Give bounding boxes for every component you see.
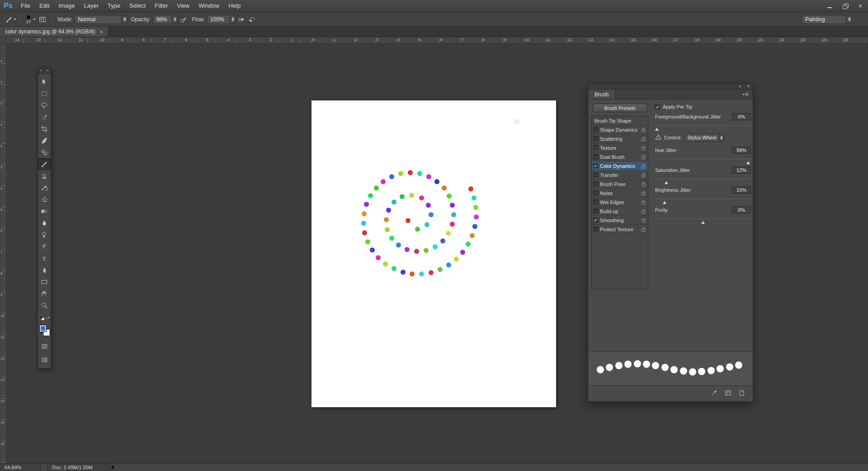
- tool-lasso[interactable]: [38, 100, 51, 111]
- mode-select[interactable]: Normal: [75, 15, 128, 24]
- lock-icon[interactable]: [641, 172, 646, 178]
- lock-icon[interactable]: [641, 145, 646, 151]
- opacity-select[interactable]: 98%: [153, 15, 178, 24]
- lock-icon[interactable]: [641, 218, 646, 223]
- lock-icon[interactable]: [641, 190, 646, 196]
- horizontal-ruler[interactable]: 1413121110987654321012345678910111213141…: [6, 37, 868, 43]
- lock-icon[interactable]: [641, 163, 646, 169]
- status-options-arrow[interactable]: [112, 465, 117, 470]
- restore-button[interactable]: [837, 0, 853, 12]
- checkbox-noise[interactable]: [593, 190, 598, 195]
- lock-icon[interactable]: [641, 181, 646, 187]
- tool-pen[interactable]: [38, 241, 51, 252]
- close-panel-icon[interactable]: ×: [47, 69, 49, 72]
- brush-setting-build-up[interactable]: Build-up: [592, 207, 648, 216]
- lock-icon[interactable]: [641, 227, 646, 232]
- checkbox-build-up[interactable]: [593, 209, 598, 214]
- brush-setting-scattering[interactable]: Scattering: [592, 134, 648, 143]
- tool-quick-select[interactable]: [38, 111, 51, 123]
- menu-select[interactable]: Select: [125, 0, 150, 12]
- menu-help[interactable]: Help: [224, 0, 245, 12]
- slider-thumb[interactable]: [746, 159, 750, 164]
- tool-eyedropper[interactable]: [38, 135, 51, 147]
- lock-icon[interactable]: [641, 181, 646, 187]
- lock-icon[interactable]: [641, 172, 646, 178]
- foreground-background-jitter-slider[interactable]: [655, 122, 751, 131]
- checkbox-color-dynamics[interactable]: ✓: [593, 163, 598, 168]
- brush-setting-texture[interactable]: Texture: [592, 143, 648, 152]
- tool-zoom[interactable]: [38, 300, 51, 311]
- tool-type[interactable]: T: [38, 252, 51, 264]
- menu-image[interactable]: Image: [54, 0, 79, 12]
- tool-healing[interactable]: [38, 147, 51, 158]
- tool-hand[interactable]: [38, 288, 51, 300]
- document-canvas[interactable]: [311, 100, 556, 407]
- minimize-button[interactable]: [822, 0, 837, 12]
- slider-thumb[interactable]: [655, 126, 659, 131]
- menu-filter[interactable]: Filter: [150, 0, 172, 12]
- document-tab[interactable]: color dynamics.jpg @ 64.8% (RGB/8) ×: [0, 27, 108, 37]
- saturation-jitter-slider[interactable]: [655, 175, 751, 184]
- brush-preset-picker[interactable]: 17 ▾: [24, 15, 37, 24]
- pressure-opacity-button[interactable]: [178, 14, 189, 25]
- brush-setting-brush-tip-shape[interactable]: Brush Tip Shape: [592, 116, 648, 125]
- lock-icon[interactable]: [641, 136, 646, 142]
- apply-per-tip-option[interactable]: ✓ Apply Per Tip: [655, 103, 751, 111]
- swap-colors-icon[interactable]: [45, 315, 51, 323]
- checkbox-transfer[interactable]: [593, 172, 598, 177]
- menu-edit[interactable]: Edit: [35, 0, 54, 12]
- brush-setting-wet-edges[interactable]: Wet Edges: [592, 198, 648, 207]
- lock-icon[interactable]: [641, 190, 646, 196]
- screen-mode-button[interactable]: [38, 354, 51, 365]
- foreground-background-jitter-value[interactable]: 0%: [732, 113, 751, 120]
- slider-thumb[interactable]: [701, 219, 705, 224]
- checkbox-scattering[interactable]: [593, 136, 598, 141]
- purity-value[interactable]: 0%: [732, 206, 751, 214]
- menu-layer[interactable]: Layer: [80, 0, 104, 12]
- default-colors-icon[interactable]: [39, 315, 45, 323]
- checkbox-shape-dynamics[interactable]: [593, 127, 598, 132]
- pressure-size-button[interactable]: [247, 14, 258, 25]
- brush-setting-dual-brush[interactable]: Dual Brush: [592, 152, 648, 162]
- airbrush-button[interactable]: [236, 14, 247, 25]
- menu-type[interactable]: Type: [103, 0, 125, 12]
- brush-panel-header[interactable]: « ×: [588, 84, 753, 90]
- lock-icon[interactable]: [641, 145, 646, 151]
- tool-path-select[interactable]: [38, 264, 51, 276]
- menu-window[interactable]: Window: [194, 0, 224, 12]
- quick-mask-button[interactable]: [38, 341, 51, 352]
- expand-panel-icon[interactable]: »: [40, 69, 42, 72]
- menu-file[interactable]: File: [16, 0, 35, 12]
- slider-thumb[interactable]: [663, 199, 666, 204]
- workspace-switcher[interactable]: Painting: [802, 15, 853, 24]
- tool-history-brush[interactable]: [38, 182, 51, 194]
- tool-shape[interactable]: [38, 276, 51, 288]
- lock-icon[interactable]: [641, 209, 646, 214]
- lock-icon[interactable]: [641, 154, 646, 160]
- brush-setting-color-dynamics[interactable]: ✓Color Dynamics: [592, 162, 648, 171]
- hue-jitter-value[interactable]: 99%: [732, 147, 751, 154]
- open-preset-manager-icon[interactable]: [724, 390, 732, 398]
- foreground-color-swatch[interactable]: [39, 325, 47, 332]
- brightness-jitter-slider[interactable]: [655, 195, 751, 204]
- control-select[interactable]: Stylus Wheel: [684, 133, 724, 142]
- brush-presets-button[interactable]: Brush Presets: [593, 104, 647, 112]
- tool-marquee[interactable]: [38, 88, 51, 100]
- checkbox-texture[interactable]: [593, 145, 598, 150]
- checkbox-smoothing[interactable]: ✓: [593, 218, 598, 223]
- hue-jitter-slider[interactable]: [655, 155, 751, 164]
- tool-preset-picker[interactable]: ▾: [4, 14, 18, 25]
- apply-per-tip-checkbox[interactable]: ✓: [655, 105, 660, 109]
- panel-menu-icon[interactable]: [742, 90, 753, 99]
- brush-panel-tab[interactable]: Brush: [588, 90, 615, 99]
- checkbox-brush-pose[interactable]: [593, 181, 598, 186]
- tool-eraser[interactable]: [38, 194, 51, 205]
- tool-brush[interactable]: [38, 158, 51, 170]
- zoom-level-field[interactable]: 64.84%: [0, 464, 41, 471]
- lock-icon[interactable]: [641, 136, 646, 142]
- lock-icon[interactable]: [641, 127, 646, 133]
- brush-setting-brush-pose[interactable]: Brush Pose: [592, 180, 648, 189]
- close-button[interactable]: ×: [853, 0, 868, 12]
- checkbox-protect-texture[interactable]: [593, 227, 598, 232]
- lock-icon[interactable]: [641, 200, 646, 205]
